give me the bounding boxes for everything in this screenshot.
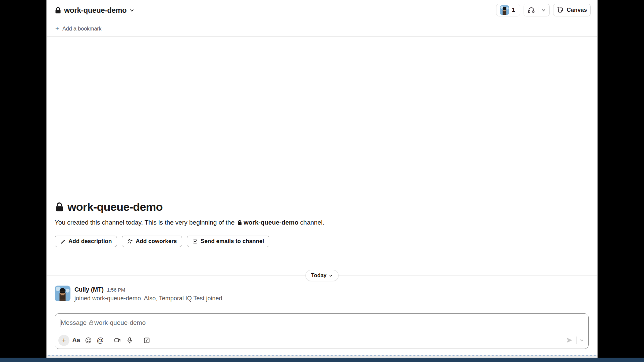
channel-title-button[interactable]: work-queue-demo: [55, 6, 135, 15]
emoji-icon: [85, 337, 92, 344]
email-icon: [192, 239, 198, 244]
shortcuts-icon: [143, 337, 150, 344]
huddle-chevron-down-icon[interactable]: [541, 8, 546, 13]
avatar[interactable]: [55, 286, 70, 301]
channel-intro-description: You created this channel today. This is …: [55, 219, 589, 226]
channel-intro-actions: Add description Add coworkers Send: [55, 236, 589, 247]
date-pill-button[interactable]: Today: [306, 270, 339, 281]
send-button[interactable]: [566, 336, 574, 344]
person-add-icon: [127, 239, 133, 244]
add-description-button[interactable]: Add description: [55, 236, 117, 247]
member-avatar: [500, 5, 509, 15]
composer-placeholder-prefix: Message: [61, 319, 87, 326]
video-clip-button[interactable]: [112, 335, 123, 346]
send-group: [566, 336, 584, 344]
message-header: Cully (MT) 1:56 PM: [74, 286, 224, 293]
intro-text-prefix: You created this channel today. This is …: [55, 219, 234, 226]
toolbar-divider: [138, 337, 138, 344]
send-icon: [566, 336, 574, 344]
channel-intro-title: work-queue-demo: [67, 200, 163, 214]
mention-icon: @: [97, 336, 104, 344]
lock-icon: [237, 220, 242, 226]
lock-icon: [55, 202, 64, 212]
channel-header: work-queue-demo: [47, 0, 597, 37]
add-coworkers-label: Add coworkers: [136, 238, 177, 245]
add-description-label: Add description: [68, 238, 112, 245]
add-coworkers-button[interactable]: Add coworkers: [122, 236, 182, 247]
bottom-accent-bar: [0, 358, 644, 362]
member-count: 1: [512, 7, 516, 13]
formatting-icon: Aa: [72, 337, 80, 344]
pencil-icon: [60, 239, 66, 244]
lock-icon: [55, 7, 61, 14]
intro-text-suffix: channel.: [300, 219, 324, 226]
channel-name: work-queue-demo: [64, 6, 126, 15]
mic-icon: [126, 337, 133, 344]
message-author[interactable]: Cully (MT): [74, 286, 104, 293]
lock-icon: [89, 320, 94, 325]
plus-icon: +: [62, 336, 66, 344]
formatting-button[interactable]: Aa: [71, 335, 82, 346]
channel-intro: work-queue-demo You created this channel…: [55, 200, 589, 247]
message-input[interactable]: Message work-queue-demo: [60, 318, 584, 327]
composer-toolbar: + Aa @: [58, 334, 584, 346]
message-row[interactable]: Cully (MT) 1:56 PM joined work-queue-dem…: [55, 286, 589, 302]
text-cursor: [60, 319, 60, 327]
send-emails-button[interactable]: Send emails to channel: [187, 236, 269, 247]
plus-icon: +: [55, 25, 59, 32]
schedule-send-button[interactable]: [579, 338, 584, 343]
members-button[interactable]: 1: [496, 4, 520, 16]
message-body: Cully (MT) 1:56 PM joined work-queue-dem…: [74, 286, 224, 302]
attach-button[interactable]: +: [58, 335, 69, 346]
chevron-down-icon: [129, 8, 135, 13]
canvas-label: Canvas: [567, 7, 587, 13]
message-text: joined work-queue-demo. Also, Temporal I…: [74, 295, 224, 302]
schedule-send-chevron-icon: [579, 338, 584, 343]
avatar-image: [500, 5, 509, 15]
emoji-button[interactable]: [83, 335, 94, 346]
headphones-icon: [527, 6, 535, 14]
channel-intro-heading: work-queue-demo: [55, 200, 589, 214]
send-emails-label: Send emails to channel: [201, 238, 264, 245]
intro-channel-name: work-queue-demo: [244, 219, 299, 226]
message-composer: Message work-queue-demo + Aa: [55, 313, 589, 349]
toolbar-divider: [109, 337, 109, 344]
date-divider: Today: [47, 270, 597, 281]
mention-button[interactable]: @: [95, 335, 106, 346]
add-bookmark-label: Add a bookmark: [62, 26, 102, 32]
shortcuts-button[interactable]: [141, 335, 152, 346]
desktop-background: work-queue-demo: [0, 0, 644, 362]
window-bottom-edge: [47, 355, 597, 358]
video-icon: [114, 337, 121, 344]
add-bookmark-button[interactable]: + Add a bookmark: [55, 25, 102, 32]
composer-placeholder-channel: work-queue-demo: [94, 319, 146, 326]
slack-window: work-queue-demo: [46, 0, 598, 358]
canvas-button[interactable]: Canvas: [553, 4, 591, 16]
header-actions: 1: [496, 4, 591, 16]
send-divider: [576, 337, 577, 344]
date-pill-label: Today: [311, 273, 327, 279]
audio-clip-button[interactable]: [124, 335, 135, 346]
avatar-image: [55, 286, 70, 301]
canvas-icon: [557, 6, 564, 14]
chevron-down-icon: [328, 274, 333, 278]
huddle-divider: [538, 6, 538, 14]
huddle-button-group[interactable]: [524, 4, 550, 16]
message-timestamp[interactable]: 1:56 PM: [107, 287, 125, 293]
